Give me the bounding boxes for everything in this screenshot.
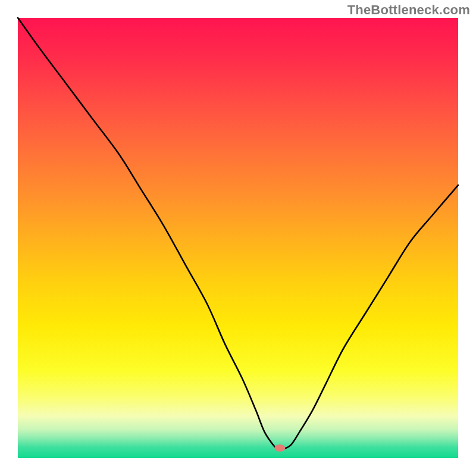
optimum-marker [274, 444, 285, 452]
watermark-text: TheBottleneck.com [347, 2, 470, 18]
chart-container: TheBottleneck.com [0, 0, 476, 476]
gradient-background [18, 18, 458, 458]
bottleneck-plot [0, 0, 476, 476]
